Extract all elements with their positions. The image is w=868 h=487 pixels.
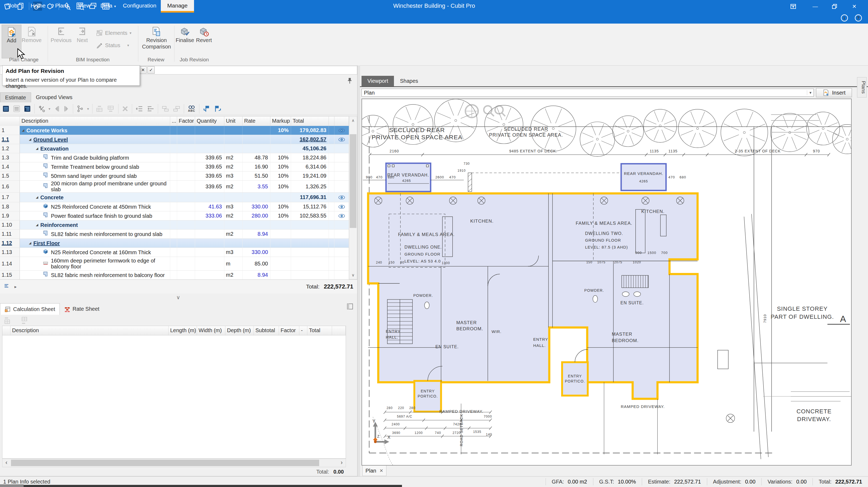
visibility-eye[interactable]: [335, 212, 349, 220]
panel-splitter[interactable]: [357, 65, 360, 476]
move-down-level-icon[interactable]: [173, 105, 181, 112]
visibility-eye[interactable]: [335, 181, 349, 192]
close-plan-tab-icon[interactable]: ✕: [379, 468, 383, 474]
table-row[interactable]: 1.14160mm deep perimeter formwork to edg…: [0, 257, 349, 270]
insert-row-icon[interactable]: [21, 316, 31, 325]
scrollbar-thumb[interactable]: [11, 460, 319, 466]
nav-forward-icon[interactable]: [63, 105, 70, 112]
table-row[interactable]: 1.9Power floated surface finish to groun…: [0, 212, 349, 221]
column-header[interactable]: Unit: [224, 117, 243, 126]
view-detailed-icon[interactable]: [2, 105, 10, 112]
column-header[interactable]: Rate: [243, 117, 270, 126]
tab-view[interactable]: View: [75, 0, 93, 11]
table-row[interactable]: 1.6200 micron damp proof membrane under …: [0, 181, 349, 193]
table-row[interactable]: 1.11SL82 fabric mesh reinforcement to gr…: [0, 230, 349, 239]
column-header[interactable]: [0, 117, 20, 126]
scroll-up-icon[interactable]: ∧: [349, 117, 357, 125]
table-row[interactable]: 1.7◢Concrete117,696.31: [0, 193, 349, 202]
revert-button[interactable]: Revert: [195, 25, 213, 58]
expand-total-icon[interactable]: ▸: [14, 284, 17, 289]
find-abc-icon[interactable]: ABC: [187, 105, 196, 113]
tab-viewport[interactable]: Viewport: [362, 76, 394, 86]
nav-back-icon[interactable]: [54, 105, 60, 112]
expand-icon[interactable]: ◢: [29, 138, 31, 141]
tree-levels-icon[interactable]: [76, 105, 84, 112]
visibility-eye[interactable]: [335, 248, 349, 257]
tab-manage[interactable]: Manage: [161, 0, 194, 11]
visibility-eye[interactable]: [335, 135, 349, 144]
delete-row-icon[interactable]: [122, 105, 129, 112]
ribbon-display-icon[interactable]: [788, 2, 799, 11]
plan-viewport[interactable]: SECLUDED REAR PRIVATE OPEN SPACE AREA SE…: [362, 99, 851, 465]
insert-column-icon[interactable]: [4, 316, 14, 325]
restore-icon[interactable]: [829, 2, 840, 11]
finalise-button[interactable]: Finalise: [176, 25, 194, 58]
column-header[interactable]: ...: [170, 117, 177, 126]
column-header[interactable]: Total: [291, 117, 329, 126]
tab-configuration[interactable]: Configuration: [120, 0, 159, 11]
tab-estimate[interactable]: Estimate: [0, 92, 31, 102]
view-condensed-icon[interactable]: [24, 105, 31, 112]
flag-previous-icon[interactable]: [203, 105, 211, 113]
visibility-eye[interactable]: [335, 144, 349, 153]
tab-plans[interactable]: Plans: [53, 0, 72, 11]
plan-select-combobox[interactable]: Plan ▾: [362, 89, 814, 97]
visibility-eye[interactable]: [335, 193, 349, 202]
visibility-eye[interactable]: [335, 171, 349, 180]
expand-icon[interactable]: ◢: [22, 129, 24, 132]
tree-levels-dropdown-icon[interactable]: ▾: [87, 107, 89, 111]
expand-icon[interactable]: ◢: [36, 196, 38, 199]
elements-button[interactable]: Elements▾: [96, 29, 131, 36]
cancel-edit-button[interactable]: ✕: [140, 66, 147, 74]
flag-next-icon[interactable]: [214, 105, 222, 113]
calc-horizontal-scrollbar[interactable]: ‹ ›: [2, 459, 346, 467]
insert-row-above-icon[interactable]: [96, 105, 104, 112]
visibility-eye[interactable]: [335, 153, 349, 162]
confirm-edit-button[interactable]: ✓: [147, 66, 155, 74]
column-header[interactable]: [335, 117, 349, 126]
visibility-eye[interactable]: [335, 126, 349, 135]
column-header[interactable]: [332, 326, 346, 335]
visibility-eye[interactable]: [335, 202, 349, 211]
tab-job[interactable]: Job: [5, 0, 21, 11]
pin-panel-icon[interactable]: [347, 77, 353, 86]
combo-dropdown-icon[interactable]: ▾: [807, 90, 811, 95]
minimize-icon[interactable]: —: [810, 2, 820, 11]
expand-icon[interactable]: ◢: [36, 147, 38, 150]
plans-side-tab[interactable]: Plans: [857, 77, 867, 98]
table-row[interactable]: 1.13N25 Reinforced Concrete at 160mm Thi…: [0, 248, 349, 257]
revision-comparison-button[interactable]: Revision Comparison: [140, 25, 173, 58]
column-header[interactable]: Factor: [279, 326, 299, 335]
visibility-eye[interactable]: [335, 230, 349, 238]
table-row[interactable]: 1.550mm sand layer under ground slab339.…: [0, 171, 349, 181]
scroll-right-icon[interactable]: ›: [338, 459, 346, 467]
column-header[interactable]: Subtotal: [254, 326, 279, 335]
insert-row-below-icon[interactable]: [107, 105, 115, 112]
table-row[interactable]: 1.1◢Ground Level162,802.57: [0, 135, 349, 144]
tools-icon[interactable]: [38, 105, 45, 112]
tab-shapes[interactable]: Shapes: [394, 76, 424, 86]
column-header[interactable]: Description: [20, 117, 170, 126]
status-button[interactable]: Status▾: [96, 42, 129, 49]
info-icon[interactable]: i: [840, 13, 849, 23]
expand-calc-panel-icon[interactable]: [346, 303, 354, 312]
row-menu-icon[interactable]: [4, 283, 11, 290]
outdent-icon[interactable]: [135, 105, 143, 112]
table-row[interactable]: 1.2◢Excavation45,106.26: [0, 144, 349, 153]
scroll-left-icon[interactable]: ‹: [2, 459, 10, 467]
visibility-eye[interactable]: [335, 162, 349, 171]
column-header[interactable]: Factor: [177, 117, 195, 126]
calc-table-body[interactable]: [2, 335, 346, 459]
view-summary-icon[interactable]: [13, 105, 20, 112]
scrollbar-thumb[interactable]: [350, 134, 356, 228]
tab-data[interactable]: Data: [97, 0, 116, 11]
column-header[interactable]: Description: [10, 326, 168, 335]
column-header[interactable]: Depth (m): [225, 326, 254, 335]
table-row[interactable]: 1.12◢First Floor: [0, 239, 349, 248]
visibility-eye[interactable]: [335, 270, 349, 280]
column-header[interactable]: Length (m): [168, 326, 197, 335]
column-header[interactable]: -: [299, 326, 307, 335]
help-icon[interactable]: ?: [854, 13, 863, 23]
tab-rate-sheet[interactable]: Rate Sheet: [60, 303, 104, 315]
table-row[interactable]: 1.10◢Reinforcement: [0, 221, 349, 230]
